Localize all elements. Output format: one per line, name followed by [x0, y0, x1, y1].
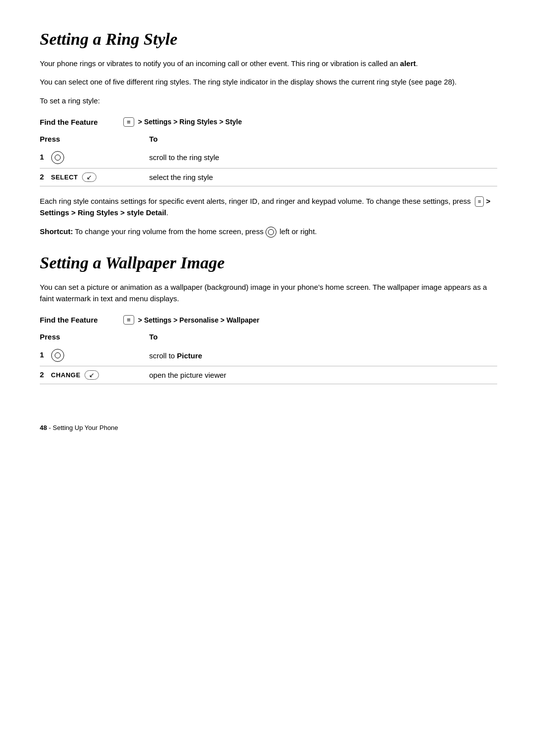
section1-para1: Your phone rings or vibrates to notify y…	[40, 58, 497, 69]
to-col-header-2: To	[149, 330, 497, 345]
to-cell-1: scroll to the ring style	[149, 147, 497, 168]
soft-key-select	[82, 172, 96, 182]
table-row: 1 scroll to the ring style	[40, 147, 497, 168]
nav-icon-2	[51, 349, 64, 362]
section1-detail-para: Each ring style contains settings for sp…	[40, 195, 497, 219]
menu-icon	[123, 117, 134, 127]
page-number: 48	[40, 424, 47, 431]
section2-find-feature-path: > Settings > Personalise > Wallpaper	[138, 316, 260, 324]
to-cell-2: select the ring style	[149, 168, 497, 186]
section1-para2: You can select one of five different rin…	[40, 76, 497, 87]
press-cell-2: 2 SELECT	[40, 168, 149, 186]
press-cell-2b: 2 CHANGE	[40, 366, 149, 384]
to-col-header: To	[149, 132, 497, 147]
section1-press-table: Press To 1 scroll to the ring style 2 SE…	[40, 132, 497, 186]
nav-icon-1	[51, 151, 64, 164]
select-key: SELECT	[51, 173, 78, 181]
find-feature-label: Find the Feature	[40, 118, 119, 126]
footer-text: - Setting Up Your Phone	[47, 424, 118, 431]
footer: 48 - Setting Up Your Phone	[40, 424, 497, 431]
nav-icon-shortcut	[266, 227, 276, 238]
find-feature-label-2: Find the Feature	[40, 316, 119, 324]
change-key: CHANGE	[51, 371, 81, 379]
section2-title: Setting a Wallpaper Image	[40, 253, 497, 272]
menu-icon-2	[123, 315, 134, 325]
to-cell-2b: open the picture viewer	[149, 366, 497, 384]
press-col-header: Press	[40, 132, 149, 147]
press-cell-1b: 1	[40, 345, 149, 366]
table-row: 2 CHANGE open the picture viewer	[40, 366, 497, 384]
section1-shortcut: Shortcut: To change your ring volume fro…	[40, 226, 497, 238]
section1-title: Setting a Ring Style	[40, 30, 497, 49]
table-row: 2 SELECT select the ring style	[40, 168, 497, 186]
press-col-header-2: Press	[40, 330, 149, 345]
table-row: 1 scroll to Picture	[40, 345, 497, 366]
press-cell-1: 1	[40, 147, 149, 168]
soft-key-change	[85, 370, 99, 380]
section1-find-feature: Find the Feature > Settings > Ring Style…	[40, 117, 497, 127]
to-cell-1b: scroll to Picture	[149, 345, 497, 366]
section2-press-table: Press To 1 scroll to Picture 2 CHANGE	[40, 330, 497, 384]
inline-menu-icon: ≡	[475, 196, 484, 207]
section1-find-feature-path: > Settings > Ring Styles > Style	[138, 118, 242, 126]
section2-para1: You can set a picture or animation as a …	[40, 281, 497, 305]
section2-find-feature: Find the Feature > Settings > Personalis…	[40, 315, 497, 325]
section1-para3: To set a ring style:	[40, 95, 497, 106]
